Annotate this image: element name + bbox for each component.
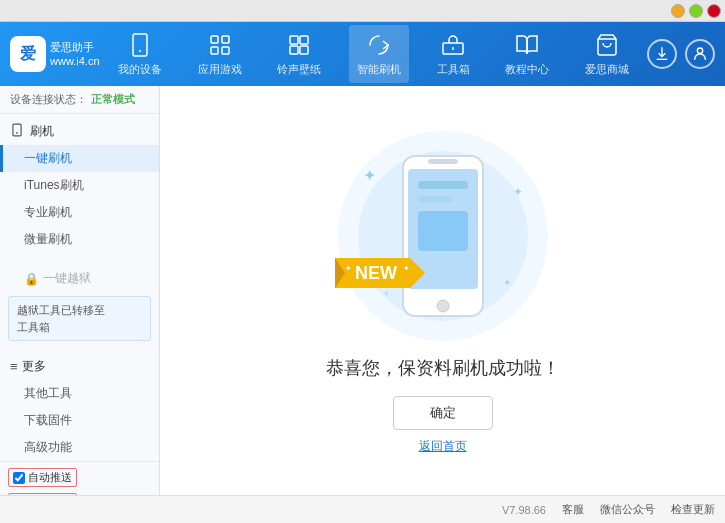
logo-text: 爱思助手 www.i4.cn [50, 40, 100, 69]
header-right-buttons [647, 39, 715, 69]
svg-rect-26 [418, 211, 468, 251]
nav-bar: 我的设备 应用游戏 铃声壁纸 智能刷机 工具箱 [100, 25, 647, 83]
nav-tutorial[interactable]: 教程中心 [497, 25, 557, 83]
maximize-button[interactable] [689, 4, 703, 18]
svg-rect-9 [300, 46, 308, 54]
sidebar-item-one-click-flash[interactable]: 一键刷机 [0, 145, 159, 172]
svg-text:✦: ✦ [403, 264, 410, 273]
header: 爱 爱思助手 www.i4.cn 我的设备 应用游戏 铃声壁纸 [0, 22, 725, 86]
store-icon [593, 31, 621, 59]
flash-section: 刷机 一键刷机 iTunes刷机 专业刷机 微量刷机 [0, 114, 159, 257]
svg-rect-2 [211, 36, 218, 43]
back-link[interactable]: 返回首页 [419, 438, 467, 455]
illustration-container: ✦ ✦ ✦ ✦ [333, 126, 553, 346]
ringtones-icon [285, 31, 313, 59]
nav-my-device[interactable]: 我的设备 [110, 25, 170, 83]
device-icon [126, 31, 154, 59]
sidebar-item-pro-flash[interactable]: 专业刷机 [0, 199, 159, 226]
toolbox-icon [439, 31, 467, 59]
svg-rect-7 [300, 36, 308, 44]
confirm-button[interactable]: 确定 [393, 396, 493, 430]
nav-toolbox[interactable]: 工具箱 [429, 25, 478, 83]
svg-rect-8 [290, 46, 298, 54]
sidebar-more-header: ≡ 更多 [0, 353, 159, 380]
more-icon: ≡ [10, 359, 18, 374]
sidebar-item-advanced[interactable]: 高级功能 [0, 434, 159, 461]
check-update-link[interactable]: 检查更新 [671, 502, 715, 517]
customer-service-link[interactable]: 客服 [562, 502, 584, 517]
skip-wizard-checkbox[interactable]: 跳过向导 [8, 493, 77, 495]
svg-rect-3 [222, 36, 229, 43]
content-area: ✦ ✦ ✦ ✦ [160, 86, 725, 495]
new-badge: NEW ✦ ✦ [335, 243, 425, 306]
download-button[interactable] [647, 39, 677, 69]
logo: 爱 爱思助手 www.i4.cn [10, 36, 100, 72]
svg-text:✦: ✦ [513, 185, 523, 199]
nav-smart-flash[interactable]: 智能刷机 [349, 25, 409, 83]
lock-icon: 🔒 [24, 272, 39, 286]
logo-icon: 爱 [10, 36, 46, 72]
sidebar: 设备连接状态： 正常模式 刷机 一键刷机 iTunes刷机 专业刷机 微量刷机 [0, 86, 160, 495]
sidebar-info-box: 越狱工具已转移至 工具箱 [8, 296, 151, 341]
user-button[interactable] [685, 39, 715, 69]
auto-download-checkbox[interactable]: 自动推送 [8, 468, 77, 487]
tutorial-icon [513, 31, 541, 59]
svg-text:✦: ✦ [503, 277, 511, 288]
bottom-right-links: V7.98.66 客服 微信公众号 检查更新 [363, 502, 716, 517]
svg-rect-5 [222, 47, 229, 54]
flash-section-icon [10, 123, 24, 140]
svg-rect-4 [211, 47, 218, 54]
svg-rect-24 [418, 181, 468, 189]
version-label: V7.98.66 [502, 504, 546, 516]
auto-download-input[interactable] [13, 472, 25, 484]
svg-rect-0 [133, 34, 147, 56]
nav-ringtones[interactable]: 铃声壁纸 [269, 25, 329, 83]
sidebar-item-download-firmware[interactable]: 下载固件 [0, 407, 159, 434]
sidebar-item-other-tools[interactable]: 其他工具 [0, 380, 159, 407]
success-message: 恭喜您，保资料刷机成功啦！ [326, 356, 560, 380]
minimize-button[interactable] [671, 4, 685, 18]
svg-rect-28 [428, 159, 458, 164]
svg-rect-25 [418, 196, 453, 202]
svg-text:NEW: NEW [355, 263, 397, 283]
close-button[interactable] [707, 4, 721, 18]
svg-point-27 [437, 300, 449, 312]
main-wrapper: 设备连接状态： 正常模式 刷机 一键刷机 iTunes刷机 专业刷机 微量刷机 [0, 86, 725, 495]
smart-flash-icon [365, 31, 393, 59]
wechat-link[interactable]: 微信公众号 [600, 502, 655, 517]
sidebar-item-itunes-flash[interactable]: iTunes刷机 [0, 172, 159, 199]
sidebar-item-jailbreak-disabled: 🔒 一键越狱 [0, 265, 159, 292]
nav-apps[interactable]: 应用游戏 [190, 25, 250, 83]
title-bar [0, 0, 725, 22]
bottom-bar: V7.98.66 客服 微信公众号 检查更新 [0, 495, 725, 523]
sidebar-item-micro-flash[interactable]: 微量刷机 [0, 226, 159, 253]
connection-status: 设备连接状态： 正常模式 [0, 86, 159, 114]
flash-section-header: 刷机 [0, 118, 159, 145]
svg-text:✦: ✦ [345, 264, 352, 273]
svg-point-13 [697, 48, 702, 53]
svg-rect-14 [13, 124, 21, 136]
nav-store[interactable]: 爱思商城 [577, 25, 637, 83]
svg-text:✦: ✦ [363, 167, 376, 184]
apps-icon [206, 31, 234, 59]
svg-rect-6 [290, 36, 298, 44]
checkbox-row: 自动推送 跳过向导 [0, 461, 159, 495]
